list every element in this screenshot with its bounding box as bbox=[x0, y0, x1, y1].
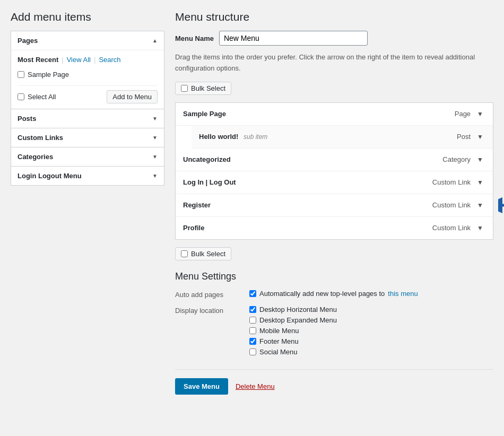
form-actions: Save Menu Delete Menu bbox=[175, 369, 493, 395]
custom-links-chevron-icon: ▼ bbox=[152, 135, 158, 141]
location-desktop-horizontal-checkbox[interactable] bbox=[249, 306, 256, 313]
location-mobile-checkbox[interactable] bbox=[249, 327, 256, 334]
categories-label: Categories bbox=[18, 153, 53, 161]
menu-item-sample-page-right: Page ▼ bbox=[455, 109, 485, 119]
posts-label: Posts bbox=[18, 115, 36, 123]
menu-item-hello-world-right: Post ▼ bbox=[457, 132, 485, 142]
menu-settings-title: Menu Settings bbox=[175, 271, 493, 282]
auto-add-pages-controls: Automatically add new top-level pages to… bbox=[249, 290, 493, 300]
location-social-checkbox[interactable] bbox=[249, 348, 256, 355]
menu-name-input[interactable] bbox=[219, 31, 368, 46]
pages-list: Sample Page bbox=[18, 69, 158, 80]
menu-item-log-in-log-out-type: Custom Link bbox=[432, 178, 471, 186]
location-desktop-horizontal-label[interactable]: Desktop Horizontal Menu bbox=[249, 306, 493, 313]
login-logout-label: Login Logout Menu bbox=[18, 172, 82, 180]
pages-label: Pages bbox=[18, 37, 38, 45]
location-footer-checkbox[interactable] bbox=[249, 338, 256, 345]
posts-accordion-header[interactable]: Posts ▼ bbox=[11, 109, 164, 128]
location-desktop-expanded-label[interactable]: Desktop Expanded Menu bbox=[249, 316, 493, 324]
menu-item-uncategorized: Uncategorized Category ▼ bbox=[176, 149, 493, 171]
menu-item-hello-world-label: Hello world! sub item bbox=[199, 133, 267, 141]
menu-item-sample-page-dropdown[interactable]: ▼ bbox=[475, 109, 485, 119]
pages-accordion: Pages ▲ Most Recent | View All | Search … bbox=[11, 31, 164, 109]
menu-item-log-in-log-out-right: Custom Link ▼ bbox=[432, 178, 485, 187]
menu-item-log-in-log-out-dropdown[interactable]: ▼ bbox=[475, 178, 485, 187]
bulk-select-bottom-label[interactable]: Bulk Select bbox=[175, 247, 231, 260]
menu-item-register-type: Custom Link bbox=[432, 201, 471, 209]
menu-item-sample-page: Sample Page Page ▼ bbox=[176, 103, 493, 126]
save-menu-button[interactable]: Save Menu bbox=[175, 378, 228, 395]
menu-settings: Menu Settings Auto add pages Automatical… bbox=[175, 271, 493, 395]
pages-tabs: Most Recent | View All | Search bbox=[18, 56, 158, 64]
posts-chevron-icon: ▼ bbox=[152, 116, 158, 121]
categories-accordion-header[interactable]: Categories ▼ bbox=[11, 147, 164, 166]
menu-structure-panel: Menu structure Menu Name Drag the items … bbox=[175, 11, 493, 395]
categories-accordion: Categories ▼ bbox=[11, 147, 164, 167]
sample-page-checkbox[interactable] bbox=[18, 71, 24, 78]
menu-item-sample-page-label: Sample Page bbox=[183, 110, 226, 118]
display-location-controls: Desktop Horizontal Menu Desktop Expanded… bbox=[249, 306, 493, 359]
pages-accordion-header[interactable]: Pages ▲ bbox=[11, 31, 164, 50]
delete-menu-button[interactable]: Delete Menu bbox=[236, 382, 275, 390]
tab-most-recent[interactable]: Most Recent bbox=[18, 56, 58, 64]
menu-item-uncategorized-dropdown[interactable]: ▼ bbox=[475, 155, 485, 164]
display-location-row: Display location Desktop Horizontal Menu… bbox=[175, 306, 493, 359]
bulk-select-top-checkbox[interactable] bbox=[181, 85, 188, 92]
login-logout-accordion-header[interactable]: Login Logout Menu ▼ bbox=[11, 167, 164, 185]
select-all-checkbox[interactable] bbox=[18, 93, 24, 100]
auto-add-pages-label: Auto add pages bbox=[175, 290, 239, 300]
this-menu-link[interactable]: this menu bbox=[388, 290, 418, 298]
tab-view-all[interactable]: View All bbox=[67, 56, 91, 64]
bulk-select-top-label[interactable]: Bulk Select bbox=[175, 82, 231, 95]
drag-info: Drag the items into the order you prefer… bbox=[175, 52, 493, 74]
left-panel-title: Add menu items bbox=[11, 11, 164, 23]
add-menu-items-panel: Add menu items Pages ▲ Most Recent | Vie… bbox=[11, 11, 164, 395]
login-logout-accordion: Login Logout Menu ▼ bbox=[11, 167, 164, 186]
menu-name-label: Menu Name bbox=[175, 34, 214, 42]
bulk-select-bottom-checkbox[interactable] bbox=[181, 250, 188, 257]
menu-item-register-dropdown[interactable]: ▼ bbox=[475, 200, 485, 210]
menu-item-register-label: Register bbox=[183, 201, 211, 209]
menu-item-profile-type: Custom Link bbox=[432, 224, 471, 232]
auto-add-pages-checkbox[interactable] bbox=[249, 290, 256, 297]
add-to-menu-button[interactable]: Add to Menu bbox=[107, 90, 158, 103]
menu-item-profile-right: Custom Link ▼ bbox=[432, 223, 485, 233]
menu-item-register-right: Custom Link ▼ bbox=[432, 200, 485, 210]
categories-chevron-icon: ▼ bbox=[152, 154, 158, 160]
menu-item-log-in-log-out: Log In | Log Out Custom Link ▼ bbox=[176, 171, 493, 194]
sample-page-checkbox-label[interactable]: Sample Page bbox=[18, 69, 158, 80]
menu-name-row: Menu Name bbox=[175, 31, 493, 46]
menu-item-register: Register Custom Link ▼ bbox=[176, 194, 493, 217]
posts-accordion: Posts ▼ bbox=[11, 109, 164, 128]
login-logout-chevron-icon: ▼ bbox=[152, 173, 158, 179]
location-social-label[interactable]: Social Menu bbox=[249, 348, 493, 356]
menu-item-sample-page-type: Page bbox=[455, 110, 471, 118]
menu-item-uncategorized-right: Category ▼ bbox=[442, 155, 485, 164]
pages-accordion-body: Most Recent | View All | Search Sample P… bbox=[11, 50, 164, 109]
menu-item-profile-label: Profile bbox=[183, 224, 204, 232]
menu-item-uncategorized-label: Uncategorized bbox=[183, 155, 231, 163]
custom-links-accordion: Custom Links ▼ bbox=[11, 128, 164, 147]
display-location-label: Display location bbox=[175, 306, 239, 359]
auto-add-pages-checkbox-label[interactable]: Automatically add new top-level pages to… bbox=[249, 290, 493, 298]
location-desktop-expanded-checkbox[interactable] bbox=[249, 317, 256, 324]
sample-page-label: Sample Page bbox=[28, 71, 69, 79]
location-mobile-label[interactable]: Mobile Menu bbox=[249, 327, 493, 335]
menu-item-uncategorized-type: Category bbox=[442, 155, 471, 163]
menu-item-log-in-log-out-label: Log In | Log Out bbox=[183, 178, 236, 186]
menu-item-profile-dropdown[interactable]: ▼ bbox=[475, 223, 485, 233]
select-all-row: Select All Add to Menu bbox=[18, 85, 158, 103]
custom-links-label: Custom Links bbox=[18, 134, 63, 142]
custom-links-accordion-header[interactable]: Custom Links ▼ bbox=[11, 128, 164, 147]
menu-item-profile: Profile Custom Link ▼ bbox=[176, 217, 493, 239]
tab-search[interactable]: Search bbox=[99, 56, 120, 64]
menu-item-hello-world-dropdown[interactable]: ▼ bbox=[475, 132, 485, 142]
menu-items-list: Sample Page Page ▼ Hello world! sub item… bbox=[175, 102, 493, 240]
location-footer-label[interactable]: Footer Menu bbox=[249, 337, 493, 345]
bulk-select-bottom-bar: Bulk Select bbox=[175, 247, 493, 260]
select-all-label[interactable]: Select All bbox=[18, 93, 56, 101]
blue-arrow-icon bbox=[498, 197, 504, 213]
right-panel-title: Menu structure bbox=[175, 11, 493, 23]
bulk-select-top-bar: Bulk Select bbox=[175, 82, 493, 95]
menu-item-hello-world: Hello world! sub item Post ▼ bbox=[192, 126, 493, 149]
